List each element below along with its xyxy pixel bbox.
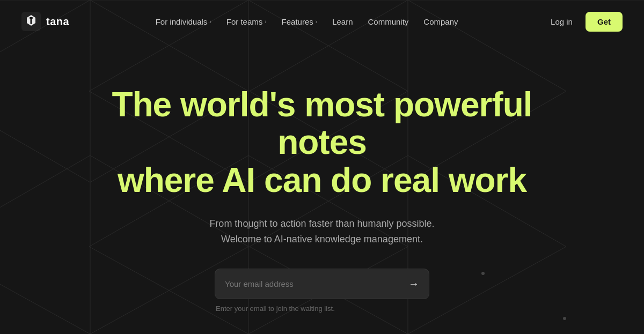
email-hint: Enter your email to join the waiting lis…	[215, 305, 335, 313]
navbar: tana For individuals › For teams › Featu…	[0, 0, 644, 43]
nav-item-community[interactable]: Community	[362, 13, 415, 31]
logo[interactable]: tana	[21, 12, 69, 31]
arrow-right-icon: →	[408, 278, 419, 290]
svg-rect-14	[30, 17, 33, 19]
nav-link-community[interactable]: Community	[362, 13, 415, 31]
nav-item-company[interactable]: Company	[417, 13, 464, 31]
chevron-icon-for-teams: ›	[265, 19, 266, 25]
nav-item-for-individuals[interactable]: For individuals ›	[149, 13, 218, 31]
chevron-icon-for-individuals: ›	[209, 19, 211, 25]
nav-item-features[interactable]: Features ›	[275, 13, 324, 31]
get-button[interactable]: Get	[586, 12, 623, 32]
nav-links: For individuals › For teams › Features ›…	[149, 13, 465, 31]
logo-text: tana	[46, 16, 69, 28]
email-form: →	[215, 269, 429, 299]
hero-title: The world's most powerful notes where AI…	[80, 86, 564, 199]
nav-link-for-individuals[interactable]: For individuals ›	[149, 13, 218, 31]
nav-link-for-teams[interactable]: For teams ›	[220, 13, 273, 31]
login-button[interactable]: Log in	[544, 13, 579, 31]
nav-link-learn[interactable]: Learn	[326, 13, 359, 31]
nav-link-company[interactable]: Company	[417, 13, 464, 31]
nav-item-for-teams[interactable]: For teams ›	[220, 13, 273, 31]
email-submit-button[interactable]: →	[399, 269, 429, 299]
tana-logo-icon	[21, 12, 41, 31]
svg-point-12	[563, 317, 566, 320]
svg-rect-15	[31, 19, 32, 24]
nav-item-learn[interactable]: Learn	[326, 13, 359, 31]
nav-link-features[interactable]: Features ›	[275, 13, 324, 31]
chevron-icon-features: ›	[316, 19, 317, 25]
hero-section: The world's most powerful notes where AI…	[0, 43, 644, 313]
email-form-wrapper: → Enter your email to join the waiting l…	[215, 269, 429, 313]
email-input[interactable]	[215, 271, 399, 297]
hero-subtitle: From thought to action faster than human…	[209, 216, 434, 247]
nav-actions: Log in Get	[544, 12, 623, 32]
